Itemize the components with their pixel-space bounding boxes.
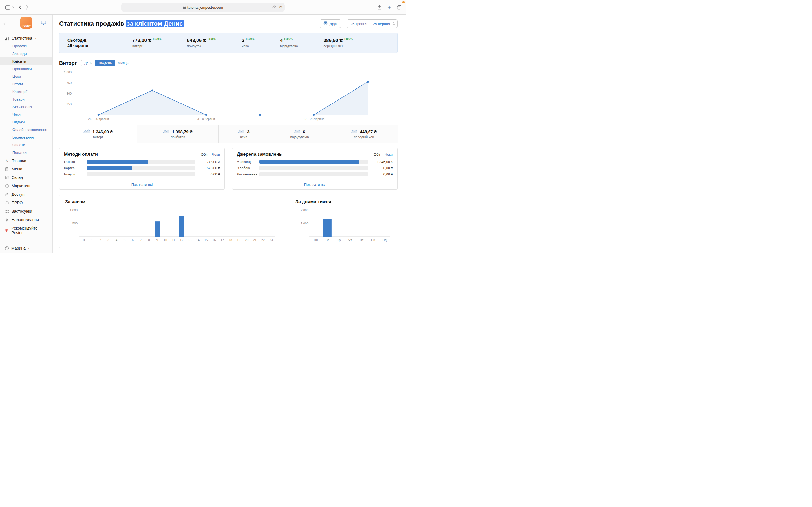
sidebar-item[interactable]: Бронювання: [0, 133, 52, 141]
sidebar-collapse-icon[interactable]: [3, 21, 6, 27]
period-tab[interactable]: Місяць: [114, 60, 132, 66]
sidebar-item[interactable]: Податки: [0, 149, 52, 156]
stepper-icon: [393, 22, 395, 25]
user-menu[interactable]: Марина ▾: [0, 243, 52, 253]
today-summary-card: Сьогодні, 25 червня 773,00 ₴+100%виторг6…: [59, 33, 398, 53]
tabs-icon[interactable]: [397, 5, 402, 10]
svg-text:Сб: Сб: [371, 238, 375, 242]
mini-chart-icon: [163, 129, 170, 134]
svg-text:Чт: Чт: [349, 238, 352, 242]
print-button[interactable]: Друк: [320, 19, 341, 28]
svg-text:250: 250: [66, 103, 71, 106]
sidebar-item[interactable]: Відгуки: [0, 118, 52, 126]
period-tab[interactable]: День: [81, 60, 95, 66]
terminal-icon[interactable]: [41, 20, 46, 26]
screen: tutorial.joinposter.com A ↻ +: [0, 0, 406, 253]
sidebar-item[interactable]: Маркетинг: [0, 182, 52, 190]
svg-text:1 000: 1 000: [70, 209, 78, 212]
svg-text:2 000: 2 000: [301, 209, 308, 212]
metric-cell[interactable]: 6відвідувачів: [269, 125, 330, 143]
sidebar-item[interactable]: Склад: [0, 173, 52, 182]
recording-indicator-dot: [402, 1, 405, 3]
svg-text:15: 15: [204, 238, 207, 242]
bar-track: [87, 166, 195, 170]
sidebar-item[interactable]: Клієнти: [0, 57, 52, 65]
date-range-selector[interactable]: 25 травня — 25 червня: [347, 19, 398, 28]
metric-cell[interactable]: 1 098,79 ₴прибуток: [137, 125, 218, 143]
chevron-down-icon[interactable]: [12, 6, 15, 8]
lock-icon: [183, 6, 186, 9]
sidebar-item[interactable]: Категорії: [0, 88, 52, 96]
user-name: Марина: [11, 246, 26, 250]
delta-badge: +100%: [153, 38, 161, 41]
stat-row: Бонуси0,00 ₴: [64, 172, 220, 176]
sidebar-item[interactable]: Чеки: [0, 111, 52, 118]
sidebar-item[interactable]: Заклади: [0, 50, 52, 57]
reload-icon[interactable]: ↻: [279, 5, 283, 10]
sidebar-item-statistics[interactable]: Статистика ▾: [0, 34, 52, 42]
period-tab[interactable]: Тиждень: [95, 60, 115, 66]
url-bar[interactable]: tutorial.joinposter.com A ↻: [121, 3, 285, 11]
by-hour-chart: 5001 00001234567891011121314151617181920…: [65, 206, 277, 244]
sidebar-nav: Статистика ▾ ПродажіЗакладиКлієнтиПраців…: [0, 32, 52, 237]
poster-logo[interactable]: Poster: [20, 17, 32, 29]
sidebar-item[interactable]: ABC-аналіз: [0, 103, 52, 111]
sidebar-item[interactable]: Застосунки: [0, 207, 52, 216]
svg-text:6: 6: [132, 238, 134, 242]
svg-text:11: 11: [172, 238, 175, 242]
card-title: Методи оплати: [64, 152, 98, 157]
share-icon[interactable]: [377, 5, 382, 10]
printer-icon: [323, 21, 327, 26]
sidebar-item[interactable]: Столи: [0, 80, 52, 88]
svg-text:3—9 червня: 3—9 червня: [197, 117, 215, 121]
metric-cell[interactable]: 448,67 ₴середній чек: [330, 125, 398, 143]
sidebar-item[interactable]: Меню: [0, 165, 52, 173]
metric-cell[interactable]: 1 346,00 ₴виторг: [59, 125, 137, 143]
tab-turnover[interactable]: Обіг: [201, 152, 208, 157]
sidebar-toggle-icon[interactable]: [5, 5, 10, 10]
svg-text:Пт: Пт: [360, 238, 363, 242]
bar-track: [259, 166, 368, 170]
by-weekday-card: За днями тижня 1 0002 000ПнВтСрЧтПтСбНд: [290, 194, 397, 248]
sidebar-item[interactable]: $Фінанси: [0, 156, 52, 165]
translate-icon[interactable]: A: [272, 5, 276, 10]
sidebar-item[interactable]: Товари: [0, 96, 52, 103]
payment-rows: Готівка773,00 ₴Картка573,00 ₴Бонуси0,00 …: [59, 159, 224, 180]
show-all-link[interactable]: Показати всі: [132, 182, 153, 187]
revenue-chart: 2505007501 00025—26 травня3—9 червня17—2…: [59, 68, 397, 124]
card-title: За часом: [59, 195, 282, 206]
bar-track: [87, 172, 195, 176]
svg-text:7: 7: [140, 238, 142, 242]
sidebar: Poster Статистика ▾ ПродажіЗакладиКлієнт…: [0, 15, 53, 253]
menu-doc-icon: [4, 167, 9, 171]
new-tab-icon[interactable]: +: [388, 4, 391, 10]
sidebar-item[interactable]: Налаштування: [0, 216, 52, 224]
svg-text:21: 21: [253, 238, 257, 242]
bar-chart-icon: [4, 36, 9, 41]
finance-icon: $: [4, 159, 9, 163]
forward-icon[interactable]: [26, 5, 29, 10]
sidebar-item[interactable]: Оплати: [0, 141, 52, 149]
source-rows: У закладі1 346,00 ₴З собою0,00 ₴Доставле…: [232, 159, 397, 180]
revenue-title: Виторг: [59, 60, 77, 66]
sidebar-item[interactable]: ПРРО: [0, 199, 52, 207]
sidebar-item[interactable]: Працівники: [0, 65, 52, 73]
back-icon[interactable]: [18, 5, 22, 10]
today-stat: 773,00 ₴+100%виторг: [132, 38, 161, 48]
svg-text:17—23 червня: 17—23 червня: [303, 117, 324, 121]
svg-text:14: 14: [196, 238, 200, 242]
svg-text:0: 0: [83, 238, 85, 242]
sidebar-item[interactable]: Рекомендуйте Poster: [0, 224, 52, 237]
card-title: Джерела замовлень: [237, 152, 282, 157]
metric-cell[interactable]: 3чека: [218, 125, 269, 143]
tab-receipts[interactable]: Чеки: [212, 152, 220, 157]
sidebar-item[interactable]: Цехи: [0, 73, 52, 80]
tab-receipts[interactable]: Чеки: [385, 152, 393, 157]
card-title: За днями тижня: [290, 195, 397, 206]
sidebar-item[interactable]: Онлайн-замовлення: [0, 126, 52, 133]
sidebar-item[interactable]: Продажі: [0, 42, 52, 50]
tab-turnover[interactable]: Обіг: [373, 152, 380, 157]
mini-chart-icon: [84, 129, 90, 134]
sidebar-item[interactable]: Доступ: [0, 190, 52, 199]
show-all-link[interactable]: Показати всі: [304, 182, 326, 187]
